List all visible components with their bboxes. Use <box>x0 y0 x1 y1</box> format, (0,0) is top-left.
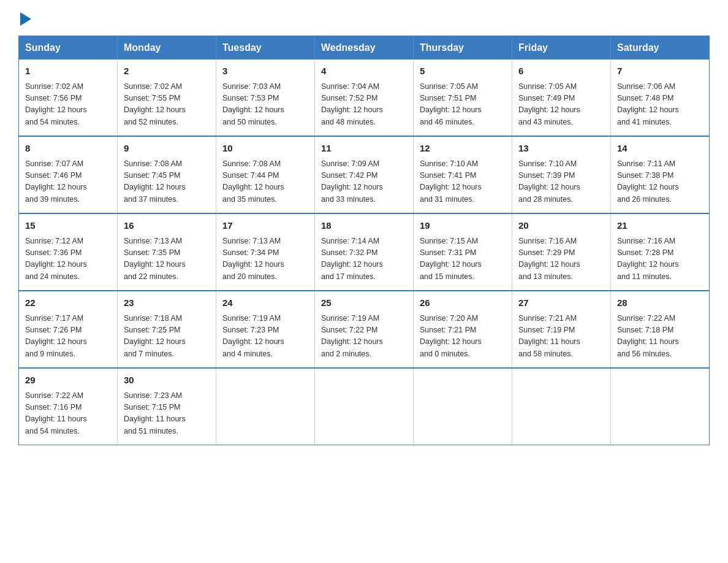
day-number: 28 <box>617 296 703 310</box>
weekday-header-sunday: Sunday <box>19 36 118 60</box>
day-info-full: Sunrise: 7:15 AMSunset: 7:31 PMDaylight:… <box>420 236 506 283</box>
day-number: 11 <box>321 142 407 156</box>
day-info-full: Sunrise: 7:18 AMSunset: 7:25 PMDaylight:… <box>124 313 210 361</box>
day-info-full: Sunrise: 7:08 AMSunset: 7:44 PMDaylight:… <box>222 158 308 206</box>
day-number: 14 <box>617 142 703 156</box>
day-info-full: Sunrise: 7:02 AMSunset: 7:55 PMDaylight:… <box>124 81 210 129</box>
calendar-cell <box>512 368 611 445</box>
day-number: 22 <box>25 296 111 310</box>
calendar-cell: 27Sunrise: 7:21 AMSunset: 7:19 PMDayligh… <box>512 291 611 368</box>
day-info-full: Sunrise: 7:02 AMSunset: 7:56 PMDaylight:… <box>25 81 111 129</box>
calendar-cell: 16Sunrise: 7:13 AMSunset: 7:35 PMDayligh… <box>118 213 216 291</box>
day-info-full: Sunrise: 7:05 AMSunset: 7:49 PMDaylight:… <box>518 81 604 129</box>
calendar-cell: 28Sunrise: 7:22 AMSunset: 7:18 PMDayligh… <box>611 291 710 368</box>
calendar-cell: 15Sunrise: 7:12 AMSunset: 7:36 PMDayligh… <box>19 213 118 291</box>
day-info-full: Sunrise: 7:12 AMSunset: 7:36 PMDaylight:… <box>25 236 111 283</box>
calendar-cell: 18Sunrise: 7:14 AMSunset: 7:32 PMDayligh… <box>315 213 414 291</box>
day-number: 4 <box>321 64 407 79</box>
day-info-full: Sunrise: 7:10 AMSunset: 7:39 PMDaylight:… <box>518 158 604 206</box>
day-number: 1 <box>25 64 111 79</box>
calendar-cell: 12Sunrise: 7:10 AMSunset: 7:41 PMDayligh… <box>414 136 512 213</box>
day-number: 24 <box>222 296 308 310</box>
day-info-full: Sunrise: 7:05 AMSunset: 7:51 PMDaylight:… <box>420 81 506 129</box>
day-info-full: Sunrise: 7:22 AMSunset: 7:16 PMDaylight:… <box>25 390 111 438</box>
day-number: 16 <box>124 219 210 233</box>
day-info-full: Sunrise: 7:23 AMSunset: 7:15 PMDaylight:… <box>124 390 210 438</box>
weekday-header-row: SundayMondayTuesdayWednesdayThursdayFrid… <box>19 36 710 60</box>
day-info-full: Sunrise: 7:13 AMSunset: 7:34 PMDaylight:… <box>222 236 308 283</box>
day-number: 8 <box>25 142 111 156</box>
calendar-cell: 5Sunrise: 7:05 AMSunset: 7:51 PMDaylight… <box>414 59 512 136</box>
day-number: 18 <box>321 219 407 233</box>
day-number: 27 <box>518 296 604 310</box>
weekday-header-tuesday: Tuesday <box>216 36 315 60</box>
weekday-header-thursday: Thursday <box>414 36 512 60</box>
calendar-cell: 6Sunrise: 7:05 AMSunset: 7:49 PMDaylight… <box>512 59 611 136</box>
calendar-cell <box>315 368 414 445</box>
day-info-full: Sunrise: 7:22 AMSunset: 7:18 PMDaylight:… <box>617 313 703 361</box>
calendar-cell: 8Sunrise: 7:07 AMSunset: 7:46 PMDaylight… <box>19 136 118 213</box>
day-number: 29 <box>25 373 111 388</box>
day-info-full: Sunrise: 7:13 AMSunset: 7:35 PMDaylight:… <box>124 236 210 283</box>
day-number: 19 <box>420 219 506 233</box>
calendar-cell: 13Sunrise: 7:10 AMSunset: 7:39 PMDayligh… <box>512 136 611 213</box>
calendar-cell: 3Sunrise: 7:03 AMSunset: 7:53 PMDaylight… <box>216 59 315 136</box>
calendar-cell: 19Sunrise: 7:15 AMSunset: 7:31 PMDayligh… <box>414 213 512 291</box>
calendar-cell: 22Sunrise: 7:17 AMSunset: 7:26 PMDayligh… <box>19 291 118 368</box>
calendar-cell: 9Sunrise: 7:08 AMSunset: 7:45 PMDaylight… <box>118 136 216 213</box>
day-number: 23 <box>124 296 210 310</box>
day-info-full: Sunrise: 7:20 AMSunset: 7:21 PMDaylight:… <box>420 313 506 361</box>
weekday-header-saturday: Saturday <box>611 36 710 60</box>
day-number: 20 <box>518 219 604 233</box>
calendar-cell: 30Sunrise: 7:23 AMSunset: 7:15 PMDayligh… <box>118 368 216 445</box>
day-info-full: Sunrise: 7:09 AMSunset: 7:42 PMDaylight:… <box>321 158 407 206</box>
day-number: 9 <box>124 142 210 156</box>
week-row-3: 15Sunrise: 7:12 AMSunset: 7:36 PMDayligh… <box>19 213 710 291</box>
day-number: 12 <box>420 142 506 156</box>
day-number: 2 <box>124 64 210 79</box>
calendar-cell: 11Sunrise: 7:09 AMSunset: 7:42 PMDayligh… <box>315 136 414 213</box>
day-info-full: Sunrise: 7:17 AMSunset: 7:26 PMDaylight:… <box>25 313 111 361</box>
day-number: 6 <box>518 64 604 79</box>
logo <box>18 12 31 25</box>
day-number: 21 <box>617 219 703 233</box>
calendar-cell: 29Sunrise: 7:22 AMSunset: 7:16 PMDayligh… <box>19 368 118 445</box>
day-info-full: Sunrise: 7:04 AMSunset: 7:52 PMDaylight:… <box>321 81 407 129</box>
calendar-cell <box>414 368 512 445</box>
day-number: 17 <box>222 219 308 233</box>
day-info-full: Sunrise: 7:11 AMSunset: 7:38 PMDaylight:… <box>617 158 703 206</box>
day-info-full: Sunrise: 7:10 AMSunset: 7:41 PMDaylight:… <box>420 158 506 206</box>
calendar-cell: 21Sunrise: 7:16 AMSunset: 7:28 PMDayligh… <box>611 213 710 291</box>
calendar-cell <box>611 368 710 445</box>
weekday-header-monday: Monday <box>118 36 216 60</box>
day-info-full: Sunrise: 7:19 AMSunset: 7:22 PMDaylight:… <box>321 313 407 361</box>
calendar-cell <box>216 368 315 445</box>
day-number: 3 <box>222 64 308 79</box>
day-info-full: Sunrise: 7:07 AMSunset: 7:46 PMDaylight:… <box>25 158 111 206</box>
calendar-cell: 7Sunrise: 7:06 AMSunset: 7:48 PMDaylight… <box>611 59 710 136</box>
day-number: 30 <box>124 373 210 388</box>
calendar-cell: 17Sunrise: 7:13 AMSunset: 7:34 PMDayligh… <box>216 213 315 291</box>
day-info-full: Sunrise: 7:06 AMSunset: 7:48 PMDaylight:… <box>617 81 703 129</box>
svg-marker-0 <box>20 12 31 26</box>
calendar-cell: 24Sunrise: 7:19 AMSunset: 7:23 PMDayligh… <box>216 291 315 368</box>
calendar-cell: 2Sunrise: 7:02 AMSunset: 7:55 PMDaylight… <box>118 59 216 136</box>
day-info-full: Sunrise: 7:03 AMSunset: 7:53 PMDaylight:… <box>222 81 308 129</box>
calendar-cell: 25Sunrise: 7:19 AMSunset: 7:22 PMDayligh… <box>315 291 414 368</box>
day-number: 25 <box>321 296 407 310</box>
day-number: 5 <box>420 64 506 79</box>
calendar-cell: 10Sunrise: 7:08 AMSunset: 7:44 PMDayligh… <box>216 136 315 213</box>
day-number: 15 <box>25 219 111 233</box>
day-info-full: Sunrise: 7:14 AMSunset: 7:32 PMDaylight:… <box>321 236 407 283</box>
calendar-cell: 26Sunrise: 7:20 AMSunset: 7:21 PMDayligh… <box>414 291 512 368</box>
calendar-cell: 1Sunrise: 7:02 AMSunset: 7:56 PMDaylight… <box>19 59 118 136</box>
calendar-table: SundayMondayTuesdayWednesdayThursdayFrid… <box>18 36 710 445</box>
logo-triangle-icon <box>20 12 31 26</box>
week-row-4: 22Sunrise: 7:17 AMSunset: 7:26 PMDayligh… <box>19 291 710 368</box>
calendar-cell: 23Sunrise: 7:18 AMSunset: 7:25 PMDayligh… <box>118 291 216 368</box>
day-info-full: Sunrise: 7:16 AMSunset: 7:29 PMDaylight:… <box>518 236 604 283</box>
weekday-header-wednesday: Wednesday <box>315 36 414 60</box>
page-header <box>18 12 710 25</box>
week-row-5: 29Sunrise: 7:22 AMSunset: 7:16 PMDayligh… <box>19 368 710 445</box>
day-info-full: Sunrise: 7:19 AMSunset: 7:23 PMDaylight:… <box>222 313 308 361</box>
